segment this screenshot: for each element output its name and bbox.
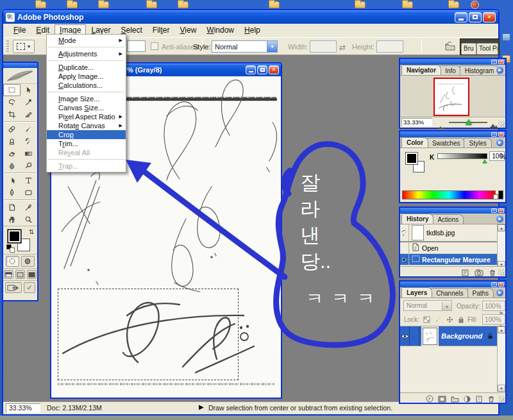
- navigator-thumbnail[interactable]: [433, 78, 469, 116]
- lock-position-icon[interactable]: [446, 314, 453, 326]
- image-menu-item-calculations[interactable]: Calculations...: [47, 81, 126, 90]
- lock-transparency-icon[interactable]: [423, 314, 430, 326]
- image-menu-item-image-size[interactable]: Image Size...: [47, 94, 126, 103]
- panel-close-button[interactable]: ×: [498, 208, 504, 213]
- new-document-from-state-icon[interactable]: [461, 267, 469, 279]
- foreground-color-swatch[interactable]: [8, 230, 21, 243]
- color-tab-color[interactable]: Color: [401, 137, 428, 147]
- tool-gradient[interactable]: [21, 147, 38, 160]
- desktop-folder-icon[interactable]: [67, 1, 78, 8]
- adjustment-layer-icon[interactable]: [464, 394, 471, 405]
- image-menu-item-canvas-size[interactable]: Canvas Size...: [47, 103, 126, 112]
- k-slider-thumb[interactable]: [482, 159, 487, 164]
- doc-minimize-button[interactable]: [246, 65, 256, 74]
- desktop-folder-icon[interactable]: [98, 1, 109, 8]
- menubar-view[interactable]: View: [175, 24, 202, 37]
- standard-screen-mode-button[interactable]: [4, 270, 13, 279]
- panel-close-button[interactable]: ×: [498, 132, 504, 137]
- history-tab-history[interactable]: History: [401, 214, 433, 224]
- spectrum-black-swatch[interactable]: [498, 190, 503, 199]
- history-brush-source-icon[interactable]: [400, 224, 409, 241]
- tool-slice[interactable]: [21, 108, 38, 121]
- layer-row-background[interactable]: Background: [400, 326, 497, 346]
- tool-clone-stamp[interactable]: [3, 135, 21, 147]
- marquee-selection[interactable]: [58, 289, 239, 380]
- panel-minimize-button[interactable]: –: [491, 282, 497, 287]
- desktop-folder-icon[interactable]: [178, 1, 189, 8]
- desktop-folder-icon[interactable]: [269, 1, 280, 8]
- scroll-up-icon[interactable]: ▲: [498, 326, 505, 333]
- desktop-folder-icon[interactable]: [146, 1, 157, 8]
- lock-all-icon[interactable]: [458, 314, 464, 326]
- desktop-folder-icon[interactable]: [448, 1, 459, 8]
- layer-visibility-eye-icon[interactable]: [400, 326, 410, 346]
- default-colors-icon[interactable]: [6, 244, 15, 253]
- history-snapshot-row[interactable]: tkdlsb.jpg: [400, 224, 497, 242]
- tool-zoom[interactable]: [21, 214, 38, 226]
- history-scrollbar[interactable]: ▲ ▼: [497, 224, 505, 268]
- new-layer-icon[interactable]: [475, 394, 483, 405]
- desktop-icon[interactable]: [502, 33, 510, 41]
- toolbox-title-bar[interactable]: [3, 63, 37, 68]
- status-doc-size[interactable]: Doc: 2.13M/2.13M: [47, 404, 102, 412]
- swap-width-height-icon[interactable]: ⇄: [339, 43, 346, 52]
- panel-minimize-button[interactable]: –: [491, 60, 497, 64]
- layers-tab-paths[interactable]: Paths: [467, 288, 494, 298]
- tool-notes[interactable]: [3, 201, 21, 214]
- navigator-tab-navigator[interactable]: Navigator: [401, 65, 441, 75]
- navigator-slider-thumb[interactable]: [466, 119, 472, 125]
- scroll-down-icon[interactable]: ▼: [498, 385, 505, 392]
- width-input[interactable]: [310, 40, 337, 53]
- spectrum-white-swatch[interactable]: [493, 194, 498, 199]
- blend-mode-dropdown[interactable]: Normal ▼: [403, 300, 452, 311]
- panel-title-strip[interactable]: – ×: [400, 131, 505, 137]
- panel-resize-grip[interactable]: [498, 269, 505, 276]
- swap-colors-icon[interactable]: ⇄: [27, 229, 34, 234]
- image-menu-item-adjustments[interactable]: Adjustments▶: [47, 49, 126, 58]
- history-state-pointer-icon[interactable]: [400, 254, 409, 265]
- panel-minimize-button[interactable]: –: [491, 132, 497, 137]
- imageready-check-icon[interactable]: ✓: [24, 282, 35, 293]
- tool-eraser[interactable]: [3, 147, 21, 160]
- history-tab-actions[interactable]: Actions: [432, 214, 464, 224]
- tool-rectangular-marquee[interactable]: [3, 84, 21, 96]
- tool-dodge[interactable]: [21, 160, 38, 172]
- file-browser-icon[interactable]: [444, 40, 456, 53]
- tool-crop[interactable]: [3, 108, 21, 121]
- tool-brush[interactable]: [21, 123, 38, 135]
- tool-magic-wand[interactable]: [21, 96, 38, 108]
- menubar-filter[interactable]: Filter: [147, 24, 175, 37]
- history-state-open[interactable]: Open: [400, 242, 497, 254]
- layer-thumbnail[interactable]: [423, 328, 437, 345]
- desktop-folder-icon[interactable]: [402, 1, 413, 8]
- navigator-tab-info[interactable]: Info: [440, 65, 461, 75]
- color-spectrum-ramp[interactable]: [402, 190, 496, 199]
- active-tool-button[interactable]: ▼: [13, 40, 35, 53]
- k-channel-slider[interactable]: [437, 153, 487, 159]
- layer-mask-icon[interactable]: [438, 394, 446, 405]
- panel-resize-grip[interactable]: [498, 121, 505, 127]
- layer-style-fx-icon[interactable]: f: [426, 394, 433, 405]
- fill-value[interactable]: 100%▶: [482, 314, 505, 324]
- tool-hand[interactable]: [3, 214, 21, 226]
- maximize-button[interactable]: [469, 12, 482, 22]
- style-dropdown[interactable]: Normal ▼: [212, 40, 278, 53]
- zoom-in-icon[interactable]: [489, 119, 498, 131]
- image-menu-item-trim[interactable]: Trim...: [47, 139, 126, 148]
- panel-close-button[interactable]: ×: [498, 60, 504, 64]
- panel-menu-arrow-icon[interactable]: ▶: [496, 139, 503, 146]
- image-menu-item-mode[interactable]: Mode▶: [47, 36, 126, 45]
- tool-healing-brush[interactable]: [3, 123, 21, 135]
- color-tab-styles[interactable]: Styles: [464, 138, 491, 147]
- panel-menu-arrow-icon[interactable]: ▶: [496, 215, 503, 223]
- color-tab-swatches[interactable]: Swatches: [427, 138, 465, 147]
- layers-tab-layers[interactable]: Layers: [401, 287, 432, 298]
- image-menu-item-duplicate[interactable]: Duplicate...: [47, 63, 126, 72]
- tool-move[interactable]: [21, 84, 38, 96]
- layer-set-folder-icon[interactable]: [451, 394, 459, 405]
- menubar-window[interactable]: Window: [201, 24, 239, 37]
- options-bar-grip[interactable]: [6, 40, 9, 52]
- fullscreen-menubar-mode-button[interactable]: [15, 270, 25, 279]
- doc-close-button[interactable]: ×: [269, 65, 279, 74]
- tab-tool-presets[interactable]: Tool Pr: [476, 43, 498, 55]
